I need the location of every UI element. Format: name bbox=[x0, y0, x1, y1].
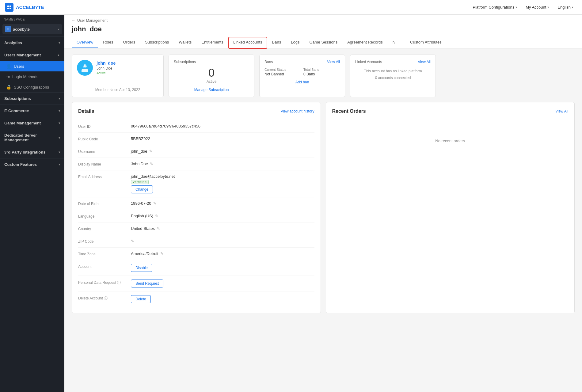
breadcrumb-parent[interactable]: User Management bbox=[77, 18, 108, 23]
tab-orders[interactable]: Orders bbox=[118, 37, 140, 48]
namespace-label: NAMESPACE bbox=[0, 15, 64, 23]
sidebar-section-ecommerce-header[interactable]: E-Commerce ▾ bbox=[0, 105, 64, 117]
namespace-selector[interactable]: ≡ accelbyte ▾ bbox=[2, 24, 62, 34]
tab-subscriptions[interactable]: Subscriptions bbox=[140, 37, 174, 48]
zip-value: ✎ bbox=[131, 239, 314, 243]
view-account-history-link[interactable]: View account history bbox=[281, 109, 314, 113]
tab-nft[interactable]: NFT bbox=[388, 37, 405, 48]
sidebar-section-users-header[interactable]: Users Management ▲ bbox=[0, 49, 64, 61]
sidebar-item-sso[interactable]: 🔒 SSO Configurations bbox=[0, 82, 64, 92]
public-code-value: 5BBBZ922 bbox=[131, 136, 314, 141]
personal-data-info-icon[interactable]: ⓘ bbox=[117, 280, 121, 285]
sidebar-section-game-header[interactable]: Game Management ▾ bbox=[0, 117, 64, 129]
svg-point-9 bbox=[86, 65, 87, 67]
tab-wallets[interactable]: Wallets bbox=[174, 37, 196, 48]
tab-linked-accounts[interactable]: Linked Accounts bbox=[228, 37, 267, 49]
country-edit-icon[interactable]: ✎ bbox=[157, 226, 160, 231]
change-email-button[interactable]: Change bbox=[131, 185, 153, 193]
sidebar-section-dedicated-header[interactable]: Dedicated Server Management ▾ bbox=[0, 129, 64, 146]
users-management-label: Users Management bbox=[4, 53, 41, 57]
game-management-label: Game Management bbox=[4, 121, 41, 125]
my-account-button[interactable]: My Account ▾ bbox=[522, 3, 553, 11]
user-display-name: John Doe bbox=[97, 66, 116, 70]
delete-account-label: Delete Account ⓘ bbox=[78, 295, 127, 301]
bans-total-label: Total Bans bbox=[303, 68, 340, 71]
tab-overview[interactable]: Overview bbox=[72, 37, 98, 48]
dob-edit-icon[interactable]: ✎ bbox=[153, 201, 157, 206]
tab-entitlements[interactable]: Entitlements bbox=[196, 37, 228, 48]
sidebar-item-users[interactable]: 👤 Users bbox=[0, 61, 64, 71]
detail-row-username: Username john_doe ✎ bbox=[78, 145, 314, 158]
tab-roles[interactable]: Roles bbox=[98, 37, 118, 48]
user-id-value: 00479608a7d84d709f7640359357c456 bbox=[131, 124, 314, 128]
subscriptions-card-title: Subscriptions bbox=[174, 60, 249, 64]
language-value: English (US) ✎ bbox=[131, 214, 314, 218]
sidebar-section-users-management: Users Management ▲ 👤 Users ⇥ Login Metho… bbox=[0, 49, 64, 92]
custom-features-chevron-icon: ▾ bbox=[59, 163, 60, 166]
subscriptions-chevron-icon: ▾ bbox=[59, 97, 60, 100]
tab-game-sessions[interactable]: Game Sessions bbox=[304, 37, 342, 48]
sidebar-section-analytics: Analytics ▾ bbox=[0, 36, 64, 49]
analytics-chevron-icon: ▾ bbox=[59, 41, 60, 44]
bans-summary-card: Bans View All Current Status Not Banned … bbox=[259, 55, 345, 97]
details-title: Details bbox=[78, 108, 94, 114]
user-card-top: john_doe John Doe Active bbox=[77, 60, 158, 76]
detail-row-language: Language English (US) ✎ bbox=[78, 210, 314, 223]
tab-custom-attributes[interactable]: Custom Attributes bbox=[405, 37, 447, 48]
user-summary-card: john_doe John Doe Active Member since Ap… bbox=[72, 55, 164, 97]
svg-rect-10 bbox=[84, 67, 86, 68]
user-username[interactable]: john_doe bbox=[97, 61, 116, 66]
namespace-value: accelbyte bbox=[13, 27, 30, 32]
linked-accounts-view-all-link[interactable]: View All bbox=[418, 60, 431, 64]
3rd-party-chevron-icon: ▾ bbox=[59, 150, 60, 154]
delete-account-info-icon[interactable]: ⓘ bbox=[104, 296, 108, 300]
language-edit-icon[interactable]: ✎ bbox=[155, 214, 158, 218]
manage-subscription-link[interactable]: Manage Subscription bbox=[194, 88, 229, 92]
timezone-edit-icon[interactable]: ✎ bbox=[160, 251, 164, 256]
details-card: Details View account history User ID 004… bbox=[72, 102, 321, 313]
sidebar-section-3rd-party-header[interactable]: 3rd Party Integrations ▾ bbox=[0, 146, 64, 158]
subscriptions-sidebar-label: Subscriptions bbox=[4, 96, 31, 101]
tab-logs[interactable]: Logs bbox=[286, 37, 304, 48]
add-ban-link[interactable]: Add ban bbox=[264, 80, 340, 84]
3rd-party-label: 3rd Party Integrations bbox=[4, 150, 45, 154]
bans-current-status-block: Current Status Not Banned bbox=[264, 68, 301, 76]
tabs-bar: Overview Roles Orders Subscriptions Wall… bbox=[72, 37, 575, 48]
tab-agreement-records[interactable]: Agreement Records bbox=[342, 37, 388, 48]
disable-account-button[interactable]: Disable bbox=[131, 264, 152, 272]
breadcrumb: ← User Management bbox=[72, 18, 575, 23]
display-name-label: Display Name bbox=[78, 162, 127, 166]
orders-title: Recent Orders bbox=[332, 108, 366, 114]
platform-configurations-button[interactable]: Platform Configurations ▾ bbox=[469, 3, 521, 11]
linked-accounts-count: 0 accounts connected bbox=[355, 76, 431, 80]
svg-rect-2 bbox=[7, 8, 9, 9]
sidebar-section-custom-features-header[interactable]: Custom Features ▾ bbox=[0, 158, 64, 170]
display-name-edit-icon[interactable]: ✎ bbox=[150, 162, 153, 166]
dob-label: Date of Birth bbox=[78, 201, 127, 206]
tab-bans[interactable]: Bans bbox=[267, 37, 286, 48]
users-icon: 👤 bbox=[6, 64, 11, 69]
zip-edit-icon[interactable]: ✎ bbox=[131, 239, 134, 243]
username-edit-icon[interactable]: ✎ bbox=[149, 149, 153, 154]
language-label: Language bbox=[78, 214, 127, 219]
top-navigation: ACCELBYTE Platform Configurations ▾ My A… bbox=[0, 0, 582, 15]
sidebar-section-dedicated-server: Dedicated Server Management ▾ bbox=[0, 129, 64, 146]
send-request-button[interactable]: Send Request bbox=[131, 280, 163, 287]
user-status: Active bbox=[97, 71, 116, 75]
app-name: ACCELBYTE bbox=[16, 5, 44, 10]
orders-view-all-link[interactable]: View All bbox=[555, 109, 568, 113]
top-nav-right: Platform Configurations ▾ My Account ▾ E… bbox=[469, 3, 577, 11]
sidebar-section-subscriptions-header[interactable]: Subscriptions ▾ bbox=[0, 93, 64, 105]
language-button[interactable]: English ▾ bbox=[554, 3, 577, 11]
subscriptions-count-label: Active bbox=[174, 79, 249, 84]
sidebar-item-login-label: Login Methods bbox=[12, 74, 38, 79]
sidebar-section-analytics-header[interactable]: Analytics ▾ bbox=[0, 37, 64, 49]
detail-row-country: Country United States ✎ bbox=[78, 223, 314, 235]
bans-view-all-link[interactable]: View All bbox=[327, 60, 340, 64]
page-title: john_doe bbox=[72, 25, 575, 33]
svg-rect-0 bbox=[7, 6, 9, 7]
timezone-value: America/Detroit ✎ bbox=[131, 251, 314, 256]
sidebar-item-login-methods[interactable]: ⇥ Login Methods bbox=[0, 71, 64, 82]
delete-account-button[interactable]: Delete bbox=[131, 295, 151, 303]
linked-accounts-empty-message: This account has no linked platform bbox=[355, 69, 431, 73]
